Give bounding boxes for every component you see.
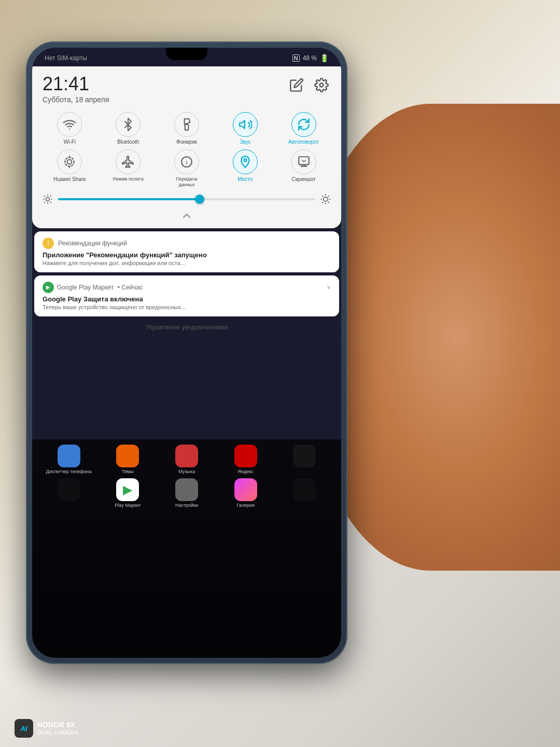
svg-point-6 xyxy=(65,157,74,166)
notif-gplay-expand[interactable]: ∨ xyxy=(327,284,331,290)
home-icon-gallery[interactable]: Галерея xyxy=(217,478,274,508)
location-label: Место xyxy=(237,176,253,183)
qs-toggle-grid: Wi-Fi Bluetooth xyxy=(43,112,331,188)
svg-line-30 xyxy=(328,196,329,196)
wifi-icon-wrap xyxy=(57,112,82,137)
nfc-label: N xyxy=(292,54,300,62)
qs-header: 21:41 Суббота, 18 апреля xyxy=(43,75,331,104)
notif-features-app: Рекомендации функций xyxy=(58,240,127,247)
svg-line-29 xyxy=(323,202,323,202)
qs-date: Суббота, 18 апреля xyxy=(43,95,109,104)
watermark-ai-icon: AI xyxy=(15,719,33,738)
notif-gplay-app: Google Play Маркет • Сейчас xyxy=(57,284,143,291)
wifi-label: Wi-Fi xyxy=(64,139,76,145)
svg-point-5 xyxy=(67,160,72,164)
notif-gplay-header: ▶ Google Play Маркет • Сейчас ∨ xyxy=(43,282,331,293)
flashlight-label: Фонарик xyxy=(176,139,197,145)
notification-features[interactable]: ! Рекомендации функций Приложение "Реком… xyxy=(34,231,339,272)
svg-text:1: 1 xyxy=(185,159,188,165)
home-icon-dispatcher[interactable]: Диспетчер телефона xyxy=(40,445,97,474)
huawei-share-label: Huawei Share xyxy=(53,176,86,183)
notif-features-icon: ! xyxy=(43,238,54,249)
svg-line-17 xyxy=(50,202,51,202)
qs-time: 21:41 xyxy=(43,75,109,93)
data-transfer-icon-wrap: 1 xyxy=(174,149,199,174)
svg-rect-12 xyxy=(299,157,309,164)
home-icon-empty2 xyxy=(40,478,97,508)
notification-area: ! Рекомендации функций Приложение "Реком… xyxy=(32,231,341,439)
notification-google-play[interactable]: ▶ Google Play Маркет • Сейчас ∨ Google P… xyxy=(34,275,339,316)
notif-features-body: Нажмите для получения доп. информации ил… xyxy=(43,260,331,266)
home-icon-themes[interactable]: Темы xyxy=(100,445,157,474)
flashlight-icon-wrap xyxy=(174,112,199,137)
brightness-low-icon xyxy=(43,194,53,204)
qs-header-icons xyxy=(289,78,331,94)
qs-expand-button[interactable] xyxy=(43,208,331,222)
airplane-label: Режим полета xyxy=(113,176,144,182)
location-icon-wrap xyxy=(233,149,258,174)
home-icon-empty3 xyxy=(276,478,333,508)
autorotate-icon-wrap xyxy=(291,112,316,137)
home-icon-playmarket[interactable]: ▶ Play Маркет xyxy=(100,478,157,508)
status-right: N 48 % 🔋 xyxy=(292,54,329,62)
sound-icon-wrap xyxy=(233,112,258,137)
svg-point-22 xyxy=(324,197,328,201)
sound-label: Звук xyxy=(240,139,251,145)
notif-gplay-icon: ▶ xyxy=(43,282,54,293)
notch xyxy=(166,48,207,60)
svg-line-21 xyxy=(50,196,51,196)
autorotate-label: Автоповорот xyxy=(288,139,319,145)
notif-features-header: ! Рекомендации функций xyxy=(43,238,331,249)
brightness-row xyxy=(43,194,331,204)
svg-point-0 xyxy=(320,84,324,87)
svg-point-11 xyxy=(244,159,246,161)
home-screen: Диспетчер телефона Темы Музыка Янде xyxy=(32,439,341,658)
notif-gplay-body: Теперь ваше устройство защищено от вредо… xyxy=(43,304,331,310)
watermark-brand: HONOR 9X DUAL CAMERA xyxy=(37,721,78,736)
edit-button[interactable] xyxy=(289,78,306,94)
time-date-block: 21:41 Суббота, 18 апреля xyxy=(43,75,109,104)
settings-button[interactable] xyxy=(314,78,331,94)
toggle-airplane[interactable]: Режим полета xyxy=(101,149,156,188)
svg-line-20 xyxy=(45,202,45,202)
toggle-data-transfer[interactable]: 1 Передачаданных xyxy=(160,149,214,188)
quick-settings-panel: 21:41 Суббота, 18 апреля xyxy=(32,66,341,228)
screenshot-icon-wrap xyxy=(291,149,316,174)
notif-gplay-title: Google Play Защита включена xyxy=(43,295,331,303)
notif-features-title: Приложение "Рекомендации функций" запуще… xyxy=(43,251,331,259)
screen-content: Нет SIM-карты N 48 % 🔋 21:41 Суббота, 18… xyxy=(32,48,341,658)
toggle-sound[interactable]: Звук xyxy=(218,112,272,145)
chevron-up-icon xyxy=(180,210,193,222)
home-icon-music[interactable]: Музыка xyxy=(158,445,215,474)
manage-notifications-button[interactable]: Управление уведомлениями xyxy=(32,320,341,335)
bluetooth-label: Bluetooth xyxy=(117,139,139,145)
bluetooth-icon-wrap xyxy=(116,112,141,137)
sim-status: Нет SIM-карты xyxy=(45,54,87,62)
svg-line-16 xyxy=(45,196,45,196)
svg-point-1 xyxy=(69,129,70,130)
brightness-high-icon xyxy=(320,194,331,204)
brightness-track[interactable] xyxy=(58,198,315,200)
svg-point-13 xyxy=(46,197,50,201)
toggle-bluetooth[interactable]: Bluetooth xyxy=(101,112,156,145)
home-icon-empty1 xyxy=(276,445,333,474)
brightness-thumb[interactable] xyxy=(195,195,204,204)
toggle-flashlight[interactable]: Фонарик xyxy=(160,112,214,145)
screenshot-label: Скриншот xyxy=(291,176,315,183)
data-transfer-label: Передачаданных xyxy=(176,176,197,188)
toggle-location[interactable]: Место xyxy=(218,149,272,188)
toggle-huawei-share[interactable]: Huawei Share xyxy=(43,149,97,188)
toggle-screenshot[interactable]: Скриншот xyxy=(276,149,331,188)
phone-case: Нет SIM-карты N 48 % 🔋 21:41 Суббота, 18… xyxy=(26,42,347,664)
svg-line-26 xyxy=(328,202,329,202)
home-row-2: ▶ Play Маркет Настройки Галерея xyxy=(40,478,333,508)
battery-percent: 48 % xyxy=(303,54,317,62)
phone-wrapper: Нет SIM-карты N 48 % 🔋 21:41 Суббота, 18… xyxy=(26,42,347,664)
home-icon-settings[interactable]: Настройки xyxy=(158,478,215,508)
phone-screen: Нет SIM-карты N 48 % 🔋 21:41 Суббота, 18… xyxy=(32,48,341,658)
huawei-share-icon-wrap xyxy=(57,149,82,174)
home-row-1: Диспетчер телефона Темы Музыка Янде xyxy=(40,445,333,474)
home-icon-yandex[interactable]: Яндекс xyxy=(217,445,274,474)
toggle-autorotate[interactable]: Автоповорот xyxy=(276,112,331,145)
toggle-wifi[interactable]: Wi-Fi xyxy=(43,112,97,145)
